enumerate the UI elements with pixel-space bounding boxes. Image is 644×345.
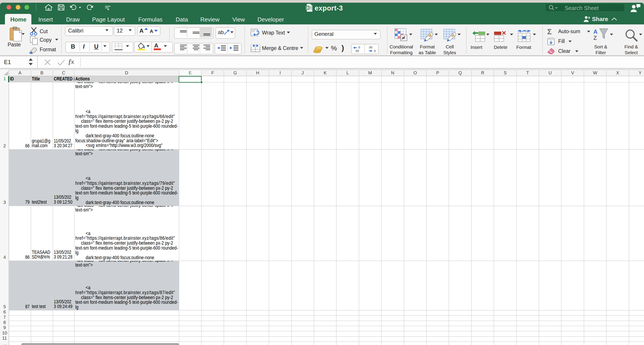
svg-text:X: X (306, 6, 309, 10)
svg-text:A: A (593, 28, 598, 35)
svg-text:.0: .0 (358, 46, 360, 49)
svg-text:Z: Z (593, 34, 597, 41)
svg-text:.00: .00 (368, 46, 372, 49)
svg-text:.00: .00 (355, 49, 359, 52)
svg-text:.0: .0 (373, 49, 376, 52)
